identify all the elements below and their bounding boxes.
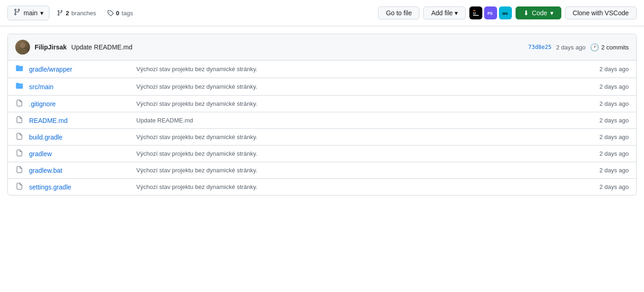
file-icon (15, 149, 24, 158)
table-row: gradlew.bat Výchozí stav projektu bez dy… (8, 162, 636, 179)
download-icon: ⬇ (523, 9, 529, 17)
tags-count: 0 (116, 10, 119, 17)
file-message: Výchozí stav projektu bez dynamické strá… (136, 100, 586, 107)
clone-vscode-button[interactable]: Clone with VSCode (565, 6, 637, 19)
branch-selector[interactable]: main ▾ (7, 6, 49, 20)
file-name[interactable]: gradle/wrapper (29, 66, 131, 73)
commit-time: 2 days ago (556, 44, 586, 51)
svg-text:IJ: IJ (473, 12, 476, 15)
file-icon (15, 182, 24, 191)
avatar-image (15, 40, 30, 55)
code-button[interactable]: ⬇ Code ▾ (516, 6, 561, 19)
commit-author[interactable]: FilipJirsak (35, 43, 67, 51)
file-name[interactable]: gradlew (29, 150, 131, 158)
svg-point-8 (20, 43, 25, 48)
ws-logo: WS (501, 9, 510, 17)
file-name[interactable]: .gitignore (29, 100, 131, 108)
file-time: 2 days ago (592, 117, 629, 124)
code-chevron-icon: ▾ (550, 9, 553, 17)
commit-message: Update README.md (71, 43, 132, 51)
svg-rect-2 (473, 15, 479, 16)
folder-icon (15, 64, 24, 74)
tags-meta[interactable]: 0 tags (103, 7, 137, 19)
pycharm-icon[interactable]: PS (484, 6, 497, 19)
file-time: 2 days ago (592, 150, 629, 157)
branches-label: branches (72, 10, 96, 17)
branch-icon (13, 8, 21, 18)
svg-text:PS: PS (487, 12, 493, 16)
table-row: .gitignore Výchozí stav projektu bez dyn… (8, 96, 636, 112)
file-time: 2 days ago (592, 83, 629, 90)
branches-icon (57, 10, 63, 16)
chevron-down-icon: ▾ (40, 9, 43, 17)
file-name[interactable]: gradlew.bat (29, 167, 131, 174)
add-file-label: Add file (431, 9, 453, 17)
file-name[interactable]: settings.gradle (29, 183, 131, 191)
go-to-file-button[interactable]: Go to file (378, 6, 419, 19)
folder-icon (15, 82, 24, 91)
repo-content: FilipJirsak Update README.md 73d8e25 2 d… (7, 34, 637, 195)
file-message: Výchozí stav projektu bez dynamické strá… (136, 134, 586, 140)
add-file-button[interactable]: Add file ▾ (423, 6, 466, 19)
webstorm-icon[interactable]: WS (499, 6, 512, 19)
file-time: 2 days ago (592, 167, 629, 174)
file-icon (15, 116, 24, 125)
file-icon (15, 166, 24, 175)
table-row: gradlew Výchozí stav projektu bez dynami… (8, 146, 636, 162)
editor-icons: IJ PS WS (469, 6, 512, 19)
branches-count: 2 (66, 10, 69, 17)
intellij-icon[interactable]: IJ (469, 6, 482, 19)
commits-label: commits (607, 44, 629, 51)
file-icon (15, 99, 24, 108)
file-time: 2 days ago (592, 100, 629, 107)
tags-icon (107, 10, 114, 16)
file-message: Výchozí stav projektu bez dynamické strá… (136, 66, 586, 73)
file-name[interactable]: src/main (29, 83, 131, 91)
table-row: settings.gradle Výchozí stav projektu be… (8, 179, 636, 195)
branch-name: main (24, 9, 37, 17)
avatar[interactable] (15, 40, 30, 55)
file-name[interactable]: build.gradle (29, 134, 131, 141)
history-icon: 🕐 (590, 43, 599, 52)
file-name[interactable]: README.md (29, 117, 131, 124)
file-message: Výchozí stav projektu bez dynamické strá… (136, 183, 586, 190)
svg-point-9 (18, 49, 27, 55)
commit-hash[interactable]: 73d8e25 (528, 44, 552, 50)
add-file-chevron-icon: ▾ (455, 9, 458, 17)
table-row: README.md Update README.md 2 days ago (8, 112, 636, 129)
toolbar: main ▾ 2 branches 0 tags Go to file Add … (0, 0, 644, 26)
table-row: gradle/wrapper Výchozí stav projektu bez… (8, 61, 636, 78)
file-time: 2 days ago (592, 134, 629, 140)
commit-history[interactable]: 🕐 2 commits (590, 43, 629, 52)
commit-bar: FilipJirsak Update README.md 73d8e25 2 d… (8, 34, 636, 61)
tags-label: tags (122, 10, 133, 17)
ij-logo: IJ (472, 9, 480, 17)
code-label: Code (532, 9, 547, 17)
file-time: 2 days ago (592, 66, 629, 73)
svg-text:WS: WS (502, 12, 508, 16)
file-message: Update README.md (136, 117, 586, 124)
file-message: Výchozí stav projektu bez dynamické strá… (136, 167, 586, 174)
svg-rect-1 (473, 10, 475, 11)
file-icon (15, 133, 24, 141)
file-time: 2 days ago (592, 183, 629, 190)
file-list: gradle/wrapper Výchozí stav projektu bez… (8, 61, 636, 195)
file-message: Výchozí stav projektu bez dynamické strá… (136, 150, 586, 157)
branches-meta[interactable]: 2 branches (53, 7, 100, 19)
commits-count: 2 (601, 44, 604, 51)
file-message: Výchozí stav projektu bez dynamické strá… (136, 83, 586, 90)
table-row: build.gradle Výchozí stav projektu bez d… (8, 129, 636, 146)
table-row: src/main Výchozí stav projektu bez dynam… (8, 78, 636, 96)
ps-logo: PS (486, 9, 495, 17)
